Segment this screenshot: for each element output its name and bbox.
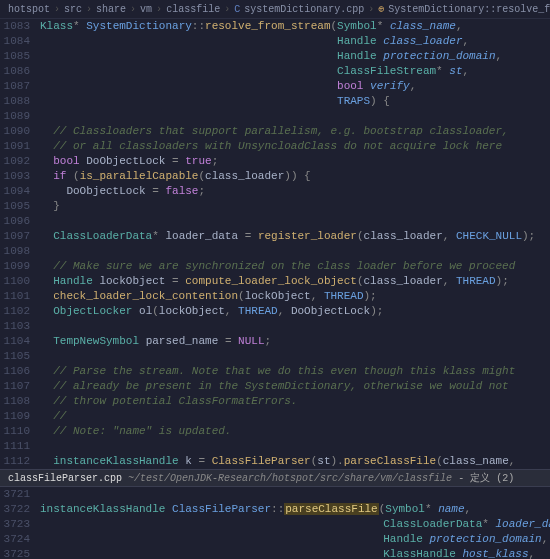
line-content[interactable]: ObjectLocker ol(lockObject, THREAD, DoOb… xyxy=(40,304,550,319)
code-line[interactable]: 3725 KlassHandle host_klass, xyxy=(0,547,550,559)
line-content[interactable]: Handle protection_domain, xyxy=(40,49,550,64)
code-line[interactable]: 1094 DoObjectLock = false; xyxy=(0,184,550,199)
code-line[interactable]: 1087 bool verify, xyxy=(0,79,550,94)
line-number: 3722 xyxy=(0,502,40,517)
line-content[interactable] xyxy=(40,349,550,364)
code-line[interactable]: 1112 instanceKlassHandle k = ClassFilePa… xyxy=(0,454,550,469)
code-line[interactable]: 1098 xyxy=(0,244,550,259)
line-content[interactable]: if (is_parallelCapable(class_loader)) { xyxy=(40,169,550,184)
line-number: 1111 xyxy=(0,439,40,454)
line-number: 3723 xyxy=(0,517,40,532)
peek-path: ~/test/OpenJDK-Research/hotspot/src/shar… xyxy=(128,473,452,484)
code-line[interactable]: 1107 // already be present in the System… xyxy=(0,379,550,394)
line-number: 1106 xyxy=(0,364,40,379)
line-number: 1088 xyxy=(0,94,40,109)
breadcrumb-file[interactable]: systemDictionary.cpp xyxy=(244,4,364,15)
code-line[interactable]: 1104 TempNewSymbol parsed_name = NULL; xyxy=(0,334,550,349)
code-line[interactable]: 1108 // throw potential ClassFormatError… xyxy=(0,394,550,409)
line-content[interactable]: Handle class_loader, xyxy=(40,34,550,49)
line-number: 1095 xyxy=(0,199,40,214)
breadcrumb[interactable]: hotspot › src › share › vm › classfile ›… xyxy=(0,0,550,19)
code-line[interactable]: 3721 xyxy=(0,487,550,502)
code-line[interactable]: 3722instanceKlassHandle ClassFileParser:… xyxy=(0,502,550,517)
code-line[interactable]: 1106 // Parse the stream. Note that we d… xyxy=(0,364,550,379)
code-line[interactable]: 1093 if (is_parallelCapable(class_loader… xyxy=(0,169,550,184)
code-line[interactable]: 1096 xyxy=(0,214,550,229)
breadcrumb-part[interactable]: share xyxy=(96,4,126,15)
line-content[interactable]: ClassFileStream* st, xyxy=(40,64,550,79)
line-content[interactable]: // already be present in the SystemDicti… xyxy=(40,379,550,394)
line-content[interactable]: ClassLoaderData* loader_data, xyxy=(40,517,550,532)
line-content[interactable]: // Note: "name" is updated. xyxy=(40,424,550,439)
code-line[interactable]: 1110 // Note: "name" is updated. xyxy=(0,424,550,439)
line-content[interactable] xyxy=(40,244,550,259)
editor-bottom-pane[interactable]: 37213722instanceKlassHandle ClassFilePar… xyxy=(0,487,550,559)
breadcrumb-symbol[interactable]: SystemDictionary::resolve_from_stream(Sy… xyxy=(388,4,550,15)
line-content[interactable]: // Parse the stream. Note that we do thi… xyxy=(40,364,550,379)
code-line[interactable]: 1095 } xyxy=(0,199,550,214)
chevron-right-icon: › xyxy=(156,4,162,15)
code-line[interactable]: 1100 Handle lockObject = compute_loader_… xyxy=(0,274,550,289)
code-line[interactable]: 1092 bool DoObjectLock = true; xyxy=(0,154,550,169)
code-line[interactable]: 1111 xyxy=(0,439,550,454)
line-number: 1091 xyxy=(0,139,40,154)
code-line[interactable]: 1090 // Classloaders that support parall… xyxy=(0,124,550,139)
code-line[interactable]: 1085 Handle protection_domain, xyxy=(0,49,550,64)
code-line[interactable]: 1109 // xyxy=(0,409,550,424)
line-content[interactable]: TRAPS) { xyxy=(40,94,550,109)
code-line[interactable]: 1084 Handle class_loader, xyxy=(0,34,550,49)
line-content[interactable]: // Classloaders that support parallelism… xyxy=(40,124,550,139)
code-line[interactable]: 1103 xyxy=(0,319,550,334)
code-line[interactable]: 1086 ClassFileStream* st, xyxy=(0,64,550,79)
line-number: 1102 xyxy=(0,304,40,319)
code-line[interactable]: 1101 check_loader_lock_contention(lockOb… xyxy=(0,289,550,304)
line-number: 3724 xyxy=(0,532,40,547)
line-number: 1112 xyxy=(0,454,40,469)
line-content[interactable] xyxy=(40,439,550,454)
line-content[interactable]: // or all classloaders with UnsyncloadCl… xyxy=(40,139,550,154)
peek-header[interactable]: classFileParser.cpp ~/test/OpenJDK-Resea… xyxy=(0,469,550,487)
code-line[interactable]: 1089 xyxy=(0,109,550,124)
line-content[interactable]: Klass* SystemDictionary::resolve_from_st… xyxy=(40,19,550,34)
line-content[interactable]: } xyxy=(40,199,550,214)
breadcrumb-part[interactable]: src xyxy=(64,4,82,15)
line-content[interactable]: // Make sure we are synchronized on the … xyxy=(40,259,550,274)
code-line[interactable]: 1091 // or all classloaders with Unsyncl… xyxy=(0,139,550,154)
code-line[interactable]: 1088 TRAPS) { xyxy=(0,94,550,109)
line-number: 1103 xyxy=(0,319,40,334)
line-content[interactable]: DoObjectLock = false; xyxy=(40,184,550,199)
code-line[interactable]: 3724 Handle protection_domain, xyxy=(0,532,550,547)
line-content[interactable]: ClassLoaderData* loader_data = register_… xyxy=(40,229,550,244)
line-content[interactable]: Handle lockObject = compute_loader_lock_… xyxy=(40,274,550,289)
line-content[interactable] xyxy=(40,487,550,502)
line-content[interactable]: KlassHandle host_klass, xyxy=(40,547,550,559)
code-line[interactable]: 1083Klass* SystemDictionary::resolve_fro… xyxy=(0,19,550,34)
line-content[interactable]: check_loader_lock_contention(lockObject,… xyxy=(40,289,550,304)
line-content[interactable]: TempNewSymbol parsed_name = NULL; xyxy=(40,334,550,349)
line-content[interactable]: // throw potential ClassFormatErrors. xyxy=(40,394,550,409)
method-icon: ⊕ xyxy=(378,3,384,15)
code-line[interactable]: 3723 ClassLoaderData* loader_data, xyxy=(0,517,550,532)
line-content[interactable]: // xyxy=(40,409,550,424)
code-line[interactable]: 1097 ClassLoaderData* loader_data = regi… xyxy=(0,229,550,244)
code-line[interactable]: 1105 xyxy=(0,349,550,364)
breadcrumb-part[interactable]: classfile xyxy=(166,4,220,15)
code-line[interactable]: 1099 // Make sure we are synchronized on… xyxy=(0,259,550,274)
code-line[interactable]: 1102 ObjectLocker ol(lockObject, THREAD,… xyxy=(0,304,550,319)
line-number: 3725 xyxy=(0,547,40,559)
line-content[interactable]: Handle protection_domain, xyxy=(40,532,550,547)
editor-top-pane[interactable]: 1083Klass* SystemDictionary::resolve_fro… xyxy=(0,19,550,469)
chevron-right-icon: › xyxy=(368,4,374,15)
breadcrumb-part[interactable]: hotspot xyxy=(8,4,50,15)
line-number: 1110 xyxy=(0,424,40,439)
line-content[interactable]: instanceKlassHandle ClassFileParser::par… xyxy=(40,502,550,517)
breadcrumb-part[interactable]: vm xyxy=(140,4,152,15)
line-content[interactable] xyxy=(40,319,550,334)
line-number: 1096 xyxy=(0,214,40,229)
line-content[interactable]: instanceKlassHandle k = ClassFileParser(… xyxy=(40,454,550,469)
line-content[interactable] xyxy=(40,109,550,124)
line-content[interactable] xyxy=(40,214,550,229)
line-content[interactable]: bool DoObjectLock = true; xyxy=(40,154,550,169)
line-content[interactable]: bool verify, xyxy=(40,79,550,94)
line-number: 1098 xyxy=(0,244,40,259)
